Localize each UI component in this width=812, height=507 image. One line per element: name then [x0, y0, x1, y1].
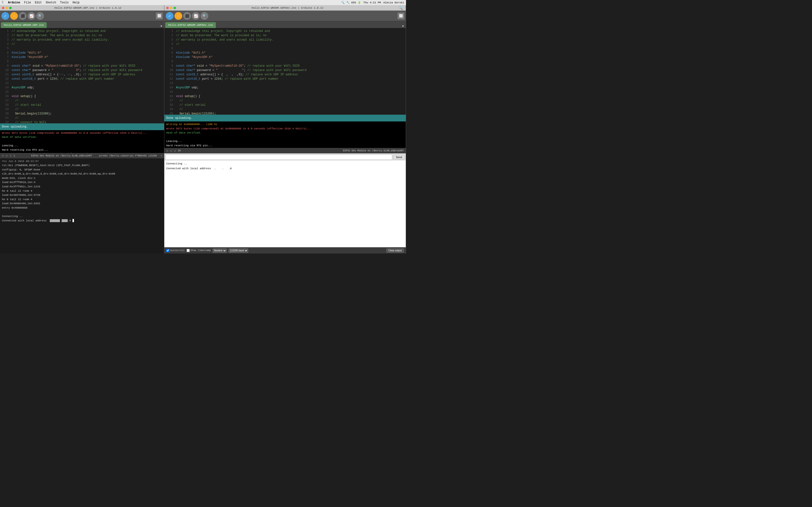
left-upload-status: Done uploading.	[0, 123, 164, 130]
left-serial-line: ho 0 tail 12 room 4	[2, 198, 162, 202]
left-traffic-lights	[2, 7, 12, 9]
right-close-btn[interactable]	[166, 7, 169, 9]
left-serial-line: load:0x40080400,len:6352	[2, 202, 162, 206]
code-line: 9const char* ssid = "MySpectrumWiFi0-2G"…	[0, 64, 164, 68]
code-line: 17 //	[164, 99, 406, 103]
timestamp-checkbox[interactable]	[187, 249, 190, 252]
left-tab[interactable]: hello.ESP32-WROOM.UDP.ino	[1, 22, 47, 28]
right-serial-controls: Autoscroll Show timestamp Newline 115200…	[164, 247, 406, 253]
timestamp-label[interactable]: Show timestamp	[187, 249, 211, 252]
right-serial-dot3	[174, 150, 176, 152]
left-serial-line: ho 0 tail 12 room 4	[2, 189, 162, 193]
left-close-icon[interactable]: ✕	[161, 154, 162, 157]
right-line-num: 20	[178, 150, 181, 152]
right-title: hello.ESP32-WROOM.UDPdev.ino | Arduino 1…	[178, 6, 397, 9]
left-tab-label: hello.ESP32-WROOM.UDP.ino	[4, 24, 44, 26]
right-console-line: Leaving...	[166, 139, 404, 144]
left-upload-status-text: Done uploading.	[2, 125, 28, 128]
autoscroll-checkbox[interactable]	[166, 249, 169, 252]
left-serial-monitor-btn[interactable]: ⬜	[156, 12, 163, 19]
menu-tools[interactable]: Tools	[60, 1, 69, 4]
right-serial-line: Connected with local address . . .8	[166, 166, 404, 171]
left-console-line: Leaving...	[2, 144, 162, 148]
right-search-btn[interactable]: 🔍	[397, 5, 404, 11]
right-minimize-btn[interactable]	[170, 7, 172, 9]
menu-file[interactable]: File	[24, 1, 31, 4]
right-debug-btn[interactable]: ⬛	[183, 12, 191, 20]
right-code-area[interactable]: 1// acknowledge this project. Copyright …	[164, 28, 406, 115]
right-serial-input[interactable]	[165, 155, 392, 160]
right-toolbar: ✓ → ⬛ 📈 🔍 ⬜	[164, 11, 406, 21]
code-line: 15	[0, 90, 164, 94]
menubar-right: 🔍 🔧 65% 🔋 Thu 4:21 PM Alecia Gorski	[341, 1, 404, 4]
left-minimize-btn[interactable]	[6, 7, 8, 9]
right-tab[interactable]: hello.ESP32-WROOM.UDPdev.ino	[165, 22, 216, 28]
left-console-line: Hash of data verified.	[2, 135, 162, 139]
left-monitor-btn[interactable]: 🔍	[36, 12, 44, 20]
newline-select[interactable]: Newline	[213, 248, 227, 253]
code-line: 13	[164, 81, 406, 86]
main-container: hello.ESP32-WROOM.UDP.ino | Arduino 1.8.…	[0, 5, 406, 253]
code-line: 20 Serial.begin(115200);	[164, 112, 406, 115]
code-line: 17 //	[0, 99, 164, 103]
baud-select[interactable]: 115200 baud	[229, 248, 248, 253]
code-line: 1// acknowledge this project. Copyright …	[0, 29, 164, 33]
right-plotter-btn[interactable]: 📈	[192, 12, 200, 20]
left-console-line	[2, 139, 162, 144]
code-line: 9const char* ssid = "MySpectrumWiFi0-2G"…	[164, 64, 406, 68]
left-serial-line	[2, 210, 162, 215]
right-send-button[interactable]: Send	[393, 155, 405, 160]
code-line: 16void setup() {	[0, 94, 164, 99]
timestamp-text: Show timestamp	[191, 249, 211, 252]
right-monitor-btn[interactable]: 🔍	[201, 12, 208, 20]
apple-icon[interactable]: 	[2, 0, 4, 5]
code-line: 11const uint8_t address[] = { , , ,9}; /…	[164, 72, 406, 77]
code-line: 12const uint16_t port = 1234; // replace…	[0, 77, 164, 81]
right-serial-line: Connecting ..	[166, 162, 404, 166]
left-tab-arrow[interactable]: ▼	[158, 24, 164, 28]
right-maximize-btn[interactable]	[173, 7, 176, 9]
right-titlebar: hello.ESP32-WROOM.UDPdev.ino | Arduino 1…	[164, 5, 406, 11]
menu-edit[interactable]: Edit	[35, 1, 42, 4]
menubar-user: Alecia Gorski	[383, 1, 404, 4]
code-line: 14AsyncUDP udp;	[0, 86, 164, 90]
code-line: 13	[0, 81, 164, 86]
left-verify-btn[interactable]: ✓	[1, 12, 9, 20]
left-console-line: Wrote 3072 bytes (128 compressed) at 0x0…	[2, 131, 162, 135]
code-line: 7#include "AsyncUDP.h"	[0, 55, 164, 59]
left-serial-line: entry 0x400806b8	[2, 206, 162, 210]
left-serial-bar: 1 ESP32 Dev Module on /dev/cu.SLAB_USBto…	[0, 153, 164, 158]
left-upload-btn[interactable]: →	[10, 12, 18, 20]
menubar-icons: 🔍 🔧 65% 🔋	[341, 1, 361, 4]
right-upload-btn[interactable]: →	[174, 12, 182, 20]
clear-output-button[interactable]: Clear output	[387, 248, 404, 252]
left-serial-header: ⌨ts Jun 8 2016 00:22:57	[2, 159, 162, 164]
left-serial-dot	[2, 155, 4, 157]
left-plotter-btn[interactable]: 📈	[28, 12, 35, 20]
left-maximize-btn[interactable]	[9, 7, 12, 9]
right-tab-label: hello.ESP32-WROOM.UDPdev.ino	[168, 24, 213, 26]
left-title: hello.ESP32-WROOM.UDP.ino | Arduino 1.8.…	[13, 6, 162, 9]
code-line: 19 //	[164, 107, 406, 112]
code-line: 5	[0, 46, 164, 51]
code-line: 3// warranty is provided, and users acce…	[164, 38, 406, 42]
right-serial-bar: 20 ESP32 Dev Module on /dev/cu.SLAB_USBt…	[164, 148, 406, 153]
right-tab-arrow[interactable]: ▼	[400, 24, 406, 28]
left-code-area[interactable]: 1// acknowledge this project. Copyright …	[0, 28, 164, 123]
right-verify-btn[interactable]: ✓	[166, 12, 173, 20]
left-debug-btn[interactable]: ⬛	[19, 12, 27, 20]
right-console: Writing at 0x00008000... (100 %) Wrote 3…	[164, 121, 406, 148]
menu-help[interactable]: Help	[72, 1, 80, 4]
left-titlebar: hello.ESP32-WROOM.UDP.ino | Arduino 1.8.…	[0, 5, 164, 11]
menu-sketch[interactable]: Sketch	[46, 1, 56, 4]
left-serial-line: mode:DIO, clock div:1	[2, 176, 162, 181]
left-serial-dot3	[10, 155, 12, 157]
autoscroll-label[interactable]: Autoscroll	[166, 249, 185, 252]
left-port-detail: screen /dev/cu.usbserial-FTBB94GD 115200	[99, 155, 157, 157]
menu-arduino[interactable]: Arduino	[8, 1, 20, 4]
right-serial-dot	[166, 150, 168, 152]
right-serial-monitor-btn[interactable]: ⬜	[398, 12, 404, 19]
left-toolbar: ✓ → ⬛ 📈 🔍 ⬜	[0, 11, 164, 21]
code-line: 10const char* password = " "; // replace…	[164, 68, 406, 72]
left-close-btn[interactable]	[2, 7, 4, 9]
